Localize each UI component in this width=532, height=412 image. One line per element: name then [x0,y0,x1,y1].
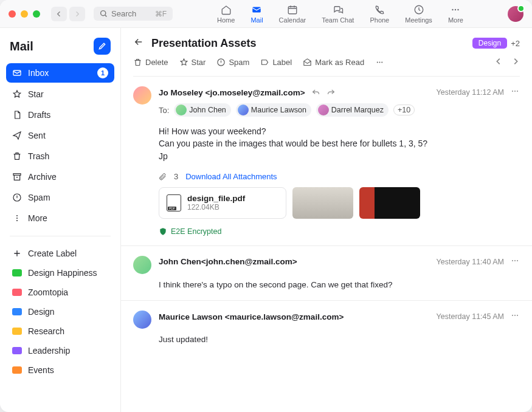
sidebar-item-more[interactable]: More [6,209,114,227]
svg-point-18 [514,91,516,92]
sidebar-item-star[interactable]: Star [6,85,114,103]
to-label: To: [159,106,169,115]
spam-button[interactable]: Spam [216,58,249,67]
svg-point-15 [379,62,381,63]
home-icon [220,4,232,15]
pdf-icon [167,194,181,211]
forward-button[interactable] [326,87,336,98]
message-2: John Chen<john.chen@zmail.com> Yesterday… [121,246,532,301]
message-time: Yesterday 11:12 AM [437,88,504,97]
tab-team-chat[interactable]: Team Chat [322,4,354,24]
next-thread[interactable] [511,57,520,67]
profile-avatar[interactable] [508,6,523,22]
search-icon [100,10,108,18]
close-window[interactable] [9,10,16,18]
svg-point-5 [455,9,456,10]
sidebar-item-sent[interactable]: Sent [6,126,114,145]
sidebar-item-archive[interactable]: Archive [6,168,114,186]
toolbar-more[interactable] [375,58,384,67]
sidebar-item-spam[interactable]: Spam [6,188,114,207]
thread-toolbar: Delete Star Spam Label Mark as Read [133,50,520,77]
star-icon [179,58,188,67]
encryption-badge: E2E Encrypted [159,227,520,236]
sidebar: Mail Inbox 1 Star Drafts Sent Trash Arch… [0,28,121,412]
recipients-more[interactable]: +10 [393,105,415,115]
message-more[interactable] [510,256,520,268]
attachment-file[interactable]: design_file.pdf 122.04KB [159,187,286,219]
label-design-happiness[interactable]: Design Happiness [6,264,114,281]
label-button[interactable]: Label [260,58,292,67]
message-body: Hi! How was your weekend? Can you paste … [159,125,520,162]
mail-open-icon [303,58,312,67]
window-controls [9,10,40,18]
pencil-icon [98,42,106,50]
spam-icon [12,193,22,202]
attachment-image-2[interactable] [359,187,420,219]
nav-buttons [51,7,85,21]
sidebar-item-trash[interactable]: Trash [6,147,114,165]
label-zoomtopia[interactable]: Zoomtopia [6,284,114,301]
message-more[interactable] [510,311,520,323]
message-body: I think there's a typo on the second pag… [159,279,520,291]
thread-header: Presentation Assets Design +2 Delete Sta… [121,28,532,77]
sidebar-item-inbox[interactable]: Inbox 1 [6,63,114,83]
svg-point-16 [381,62,382,63]
calendar-icon [286,4,299,15]
label-events[interactable]: Events [6,362,114,379]
tab-mail[interactable]: Mail [250,4,263,24]
recipient-pill[interactable]: John Chen [174,103,230,117]
label-icon [260,58,269,67]
app-window: Search ⌘F Home Mail Calendar Team Chat P… [0,0,532,412]
tab-more[interactable]: More [448,4,463,24]
svg-point-14 [377,62,378,63]
back-button[interactable] [133,36,144,50]
phone-icon [373,4,385,15]
attachment-image-1[interactable] [292,187,353,219]
message-more[interactable] [510,86,520,98]
label-swatch [12,269,22,276]
archive-icon [12,172,22,182]
label-swatch [12,328,22,335]
sidebar-item-drafts[interactable]: Drafts [6,106,114,124]
app-body: Mail Inbox 1 Star Drafts Sent Trash Arch… [0,28,532,412]
mark-read-button[interactable]: Mark as Read [303,58,364,67]
label-research[interactable]: Research [6,323,114,340]
tab-phone[interactable]: Phone [370,4,389,24]
tab-home[interactable]: Home [217,4,235,24]
delete-button[interactable]: Delete [133,58,168,67]
spam-icon [216,58,226,67]
svg-point-10 [16,215,18,216]
tab-calendar[interactable]: Calendar [279,4,306,24]
reply-button[interactable] [311,87,320,98]
thread-tag-more[interactable]: +2 [511,39,520,48]
label-leadership[interactable]: Leadership [6,342,114,359]
inbox-badge: 1 [97,67,108,78]
thread-subject: Presentation Assets [151,37,465,50]
recipient-pill[interactable]: Darrel Marquez [316,103,389,117]
sent-icon [12,131,22,140]
svg-rect-1 [253,7,261,12]
compose-button[interactable] [94,38,111,55]
recipient-pill[interactable]: Maurice Lawson [236,103,311,117]
nav-forward[interactable] [69,7,85,21]
svg-point-21 [514,260,516,261]
label-design[interactable]: Design [6,303,114,320]
svg-point-24 [514,315,516,316]
sender-avatar [133,311,151,329]
svg-point-19 [517,91,518,92]
tab-meetings[interactable]: Meetings [405,4,432,24]
download-all-link[interactable]: Download All Attachments [185,172,277,181]
thread-tag[interactable]: Design [472,38,507,49]
prev-thread[interactable] [494,57,503,67]
svg-rect-2 [288,6,297,13]
label-swatch [12,308,22,315]
star-button[interactable]: Star [179,58,206,67]
minimize-window[interactable] [21,10,28,18]
search-input[interactable]: Search ⌘F [94,7,173,21]
create-label-button[interactable]: Create Label [6,245,114,262]
nav-back[interactable] [51,7,67,21]
clock-icon [413,4,425,15]
fullscreen-window[interactable] [33,10,40,18]
message-body: Just updated! [159,334,520,346]
svg-rect-8 [13,174,21,176]
